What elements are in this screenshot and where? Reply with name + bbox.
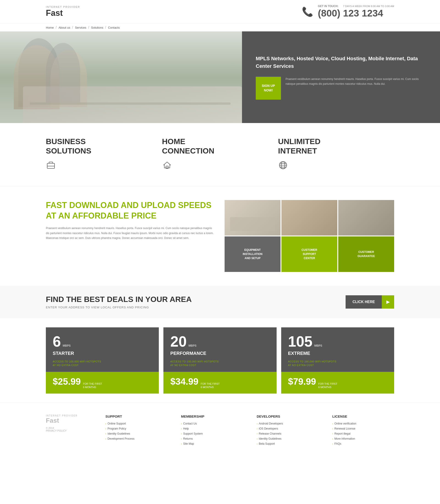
footer-link-development-process[interactable]: ›Development Process	[105, 437, 167, 440]
price-mbps-num-performance: 20	[170, 334, 187, 349]
footer-membership-title: MEMBERSHIP	[181, 414, 243, 418]
deals-left: FIND THE BEST DEALS IN YOUR AREA ENTER Y…	[46, 295, 192, 309]
footer-col-membership: MEMBERSHIP ›Contact Us ›Help ›Support Sy…	[181, 414, 243, 447]
footer-link-beta-support[interactable]: ›Beta Support	[257, 442, 318, 445]
guarantee-label: CUSTOMERGUARANTEE	[355, 248, 377, 260]
footer-logo-name: Fast	[46, 417, 92, 424]
main-nav: Home / About us / Services / Solutions /…	[0, 23, 440, 31]
price-period-starter: FOR THE FIRST6 MONTHS	[83, 382, 102, 389]
click-here-button[interactable]: CLICK HERE ▶	[345, 295, 394, 309]
footer-link-online-verification[interactable]: ›Online verification	[332, 422, 394, 425]
nav-sep-4: /	[105, 26, 106, 29]
service-internet-title: UNLIMITEDINTERNET	[278, 137, 385, 156]
service-home-title: HOMECONNECTION	[162, 137, 269, 156]
hero-tagline: MPLS Networks, Hosted Voice, Cloud Hosti…	[256, 55, 426, 70]
price-plan-starter: STARTER	[53, 351, 152, 356]
service-internet: UNLIMITEDINTERNET	[278, 137, 394, 172]
footer-link-help[interactable]: ›Help	[181, 427, 243, 430]
nav-sep-2: /	[72, 26, 73, 29]
price-footer-starter: $25.99 FOR THE FIRST6 MONTHS	[46, 372, 159, 394]
footer-copyright: © 2014	[46, 427, 92, 429]
footer-logo-area: INTERNET PROVIDER Fast © 2014 PRIVACY PO…	[46, 414, 92, 447]
click-here-arrow-icon: ▶	[382, 295, 394, 309]
pricing-section: 6 MBPS STARTER ACCESS TO 100,000 WIFI HO…	[0, 318, 440, 403]
price-feature-starter: ACCESS TO 100,000 WIFI HOTSPOTSAT NO EXT…	[53, 360, 152, 367]
signup-button[interactable]: SIGN UP NOW!	[256, 77, 281, 99]
price-footer-extreme: $79.99 FOR THE FIRST6 MONTHS	[281, 372, 394, 394]
price-plan-extreme: EXTREME	[288, 351, 387, 356]
promo-section: FAST DOWNLOAD AND UPLOAD SPEEDS AT AN AF…	[0, 186, 440, 286]
deals-subtitle: ENTER YOUR ADDRESS TO VIEW LOCAL OFFERS …	[46, 306, 192, 309]
footer-link-ios-dev[interactable]: ›iOS Developers	[257, 427, 318, 430]
footer-link-program-policy[interactable]: ›Program Policy	[105, 427, 167, 430]
promo-title: FAST DOWNLOAD AND UPLOAD SPEEDS AT AN AF…	[46, 200, 215, 221]
nav-services[interactable]: Services	[75, 26, 86, 29]
phone-area: 📞 GET IN TOUCH: 7 DAYS A WEEK FROM 8:00 …	[302, 5, 394, 19]
footer-col-developers: DEVELOPERS ›Android Developers ›iOS Deve…	[257, 414, 318, 447]
price-header-performance: 20 MBPS	[170, 334, 270, 349]
footer-link-site-map[interactable]: ›Site Map	[181, 442, 243, 445]
promo-guarantee-cell: CUSTOMERGUARANTEE	[338, 236, 394, 272]
footer-link-more-information[interactable]: ›More information	[332, 437, 394, 440]
footer-link-returns[interactable]: ›Returns	[181, 437, 243, 440]
briefcase-icon	[46, 160, 153, 172]
price-mbps-num-extreme: 105	[288, 334, 313, 349]
price-mbps-label-performance: MBPS	[189, 344, 197, 347]
promo-img-writing	[338, 200, 394, 235]
footer-link-identity-guidelines[interactable]: ›Identity Guidelines	[105, 432, 167, 435]
service-business-title: BUSINESSSOLUTIONS	[46, 137, 153, 156]
footer-developers-title: DEVELOPERS	[257, 414, 318, 418]
equipment-label: EQUIPMENTINSTALLATIONAND SETUP	[240, 245, 265, 262]
price-footer-performance: $34.99 FOR THE FIRST6 MONTHS	[163, 372, 276, 394]
hero-image	[0, 31, 242, 123]
footer-link-report-illegal[interactable]: ›Report illegal	[332, 432, 394, 435]
nav-sep-1: /	[56, 26, 57, 29]
price-feature-extreme: ACCESS TO 100,000 WIFI HOTSPOTSAT NO EXT…	[288, 360, 387, 367]
phone-number[interactable]: (800) 123 1234	[318, 8, 394, 19]
globe-icon	[278, 160, 385, 172]
click-here-label: CLICK HERE	[345, 296, 382, 308]
hero-section: MPLS Networks, Hosted Voice, Cloud Hosti…	[0, 31, 440, 123]
price-mbps-num-starter: 6	[53, 334, 61, 349]
price-card-starter: 6 MBPS STARTER ACCESS TO 100,000 WIFI HO…	[46, 327, 159, 394]
service-home: HOMECONNECTION	[162, 137, 278, 172]
promo-equipment-cell: EQUIPMENTINSTALLATIONAND SETUP	[225, 236, 280, 272]
footer-col-support: SUPPORT ›Online Support ›Program Policy …	[105, 414, 167, 447]
logo-name: Fast	[46, 8, 80, 18]
service-business: BUSINESSSOLUTIONS	[46, 137, 162, 172]
nav-solutions[interactable]: Solutions	[91, 26, 103, 29]
promo-left: FAST DOWNLOAD AND UPLOAD SPEEDS AT AN AF…	[46, 200, 215, 272]
nav-about[interactable]: About us	[58, 26, 70, 29]
phone-info: GET IN TOUCH: 7 DAYS A WEEK FROM 8:00 AM…	[318, 5, 394, 19]
footer-link-identity-dev[interactable]: ›Identity Guidelines	[257, 437, 318, 440]
footer-link-online-support[interactable]: ›Online Support	[105, 422, 167, 425]
footer-logo-sub: INTERNET PROVIDER	[46, 414, 92, 417]
footer-link-faqs[interactable]: ›FAQs	[332, 442, 394, 445]
price-dollar-performance: $34.99	[170, 376, 198, 387]
footer-link-contact-us[interactable]: ›Contact Us	[181, 422, 243, 425]
nav-contacts[interactable]: Contacts	[108, 26, 120, 29]
price-plan-performance: PERFORMANCE	[170, 351, 270, 356]
header: INTERNET PROVIDER Fast 📞 GET IN TOUCH: 7…	[0, 0, 440, 23]
footer-link-release-channels[interactable]: ›Release Channels	[257, 432, 318, 435]
promo-img-keyboard	[225, 200, 280, 235]
footer: INTERNET PROVIDER Fast © 2014 PRIVACY PO…	[0, 403, 440, 454]
nav-home[interactable]: Home	[46, 26, 54, 29]
footer-link-android-dev[interactable]: ›Android Developers	[257, 422, 318, 425]
price-card-performance: 20 MBPS PERFORMANCE ACCESS TO 100,000 WI…	[163, 327, 276, 394]
footer-link-support-system[interactable]: ›Support System	[181, 432, 243, 435]
footer-link-renewal-license[interactable]: ›Renewal License	[332, 427, 394, 430]
price-feature-performance: ACCESS TO 100,000 WIFI HOTSPOTSAT NO EXT…	[170, 360, 270, 367]
price-header-starter: 6 MBPS	[53, 334, 152, 349]
deals-title: FIND THE BEST DEALS IN YOUR AREA	[46, 295, 192, 304]
footer-license-title: LICENSE	[332, 414, 394, 418]
footer-privacy-link[interactable]: PRIVACY POLICY	[46, 429, 92, 432]
logo-area: INTERNET PROVIDER Fast	[46, 5, 80, 18]
price-mbps-label-starter: MBPS	[63, 344, 71, 347]
hero-dark-panel: MPLS Networks, Hosted Voice, Cloud Hosti…	[242, 31, 440, 123]
price-period-performance: FOR THE FIRST6 MONTHS	[201, 382, 220, 389]
days-info: 7 DAYS A WEEK FROM 8:00 AM TO 3:00 AM	[343, 5, 394, 8]
price-card-extreme: 105 MBPS EXTREME ACCESS TO 100,000 WIFI …	[281, 327, 394, 394]
hero-body-text: Praesent vestibulum aenean nonummy hendr…	[286, 77, 426, 86]
promo-support-cell: CUSTOMERSUPPORTCENTER	[281, 236, 337, 272]
